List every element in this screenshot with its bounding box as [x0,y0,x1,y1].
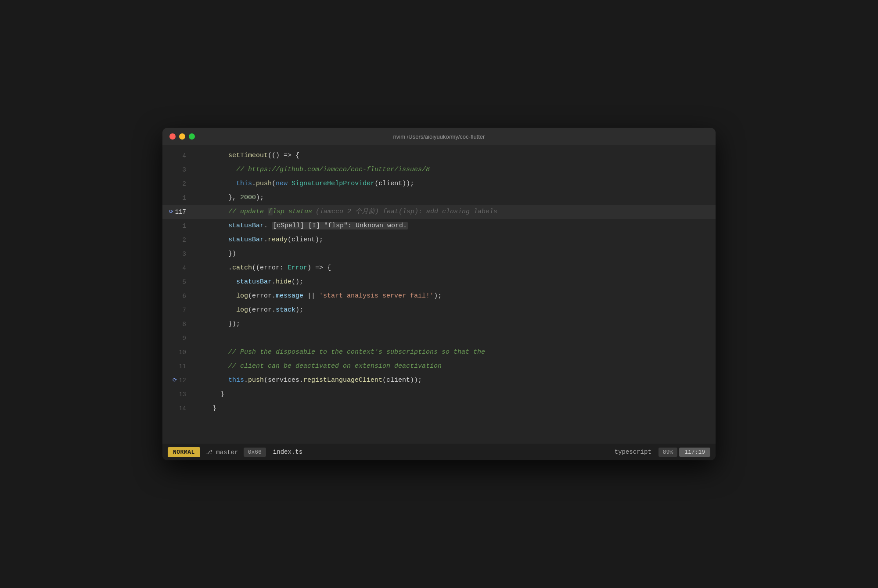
line-number: 3 [162,247,193,261]
table-row: 5 statusBar.hide(); [162,275,716,289]
line-content: setTimeout(() => { [193,149,716,163]
line-content: this.push(services.registLanguageClient(… [193,373,716,387]
table-row: 11 // client can be deactivated on exten… [162,359,716,373]
line-number: 7 [162,303,193,317]
filetype: typescript [608,448,658,455]
line-number: 4 [162,149,193,163]
line-number: ⟳ 12 [162,373,193,387]
line-content: log(error.stack); [193,303,716,317]
filename: index.ts [266,448,309,455]
line-content: }); [193,317,716,331]
table-row: 6 log(error.message || 'start analysis s… [162,289,716,303]
line-number: 14 [162,402,193,416]
line-content: statusBar.hide(); [193,275,716,289]
line-content [193,331,716,345]
line-content: }, 2000); [193,191,716,205]
line-number: 1 [162,219,193,233]
code-container: 4 setTimeout(() => { 3 // https://github… [162,145,716,419]
table-row: 2 this.push(new SignatureHelpProvider(cl… [162,177,716,191]
table-row: 1 statusBar. [cSpell] [I] "flsp": Unknow… [162,219,716,233]
statusline: NORMAL ⎇ master 0x66 index.ts typescript… [162,444,716,460]
line-number: 3 [162,163,193,177]
table-row: 14 } [162,402,716,416]
close-button[interactable] [169,133,176,140]
hex-value: 0x66 [244,448,266,457]
git-icon: ⟳ [173,373,177,387]
line-content: } [193,402,716,416]
line-content: // https://github.com/iamcco/coc-flutter… [193,163,716,177]
traffic-lights [169,133,195,140]
active-code-line: ⟳ 117 // update flsp status(iamcco 2 个月前… [162,205,716,219]
line-number: 1 [162,191,193,205]
line-number: 8 [162,317,193,331]
line-number: 10 [162,345,193,359]
line-content: statusBar.ready(client); [193,233,716,247]
minimize-button[interactable] [179,133,185,140]
table-row: ⟳ 12 this.push(services.registLanguageCl… [162,373,716,387]
line-number: 11 [162,359,193,373]
git-icon: ⟳ [169,205,173,219]
table-row: 7 log(error.stack); [162,303,716,317]
table-row: 3 }) [162,247,716,261]
line-content: statusBar. [cSpell] [I] "flsp": Unknown … [193,219,716,233]
editor-area[interactable]: 4 setTimeout(() => { 3 // https://github… [162,145,716,444]
branch-icon: ⎇ [205,449,216,456]
table-row: 2 statusBar.ready(client); [162,233,716,247]
editor-window: nvim /Users/aioiyuuko/my/coc-flutter 4 s… [162,128,716,460]
cursor-position: 117:19 [679,448,710,457]
titlebar: nvim /Users/aioiyuuko/my/coc-flutter [162,128,716,145]
line-number: 2 [162,177,193,191]
table-row: 4 .catch((error: Error) => { [162,261,716,275]
line-content: log(error.message || 'start analysis ser… [193,289,716,303]
line-content: // Push the disposable to the context's … [193,345,716,359]
table-row: 1 }, 2000); [162,191,716,205]
line-number: 13 [162,387,193,402]
line-number: 2 [162,233,193,247]
vim-mode: NORMAL [168,447,200,457]
line-content: // client can be deactivated on extensio… [193,359,716,373]
line-number: 5 [162,275,193,289]
git-branch: ⎇ master [200,448,244,456]
line-number: 4 [162,261,193,275]
window-title: nvim /Users/aioiyuuko/my/coc-flutter [393,133,485,140]
line-number: 6 [162,289,193,303]
git-blame: (iamcco 2 个月前) feat(lsp): add closing la… [316,208,497,215]
table-row: 10 // Push the disposable to the context… [162,345,716,359]
line-content: this.push(new SignatureHelpProvider(clie… [193,177,716,191]
line-content: }) [193,247,716,261]
line-number: 9 [162,331,193,345]
table-row: 13 } [162,387,716,402]
line-content: } [193,387,716,402]
line-content: .catch((error: Error) => { [193,261,716,275]
line-content: // update flsp status(iamcco 2 个月前) feat… [193,205,716,219]
cspell-diagnostic: [cSpell] [I] "flsp": Unknown word. [272,222,408,229]
table-row: 3 // https://github.com/iamcco/coc-flutt… [162,163,716,177]
line-number: ⟳ 117 [162,205,193,219]
table-row: 9 [162,331,716,345]
table-row: 8 }); [162,317,716,331]
scroll-percent: 89% [658,448,677,457]
fullscreen-button[interactable] [189,133,195,140]
table-row: 4 setTimeout(() => { [162,149,716,163]
